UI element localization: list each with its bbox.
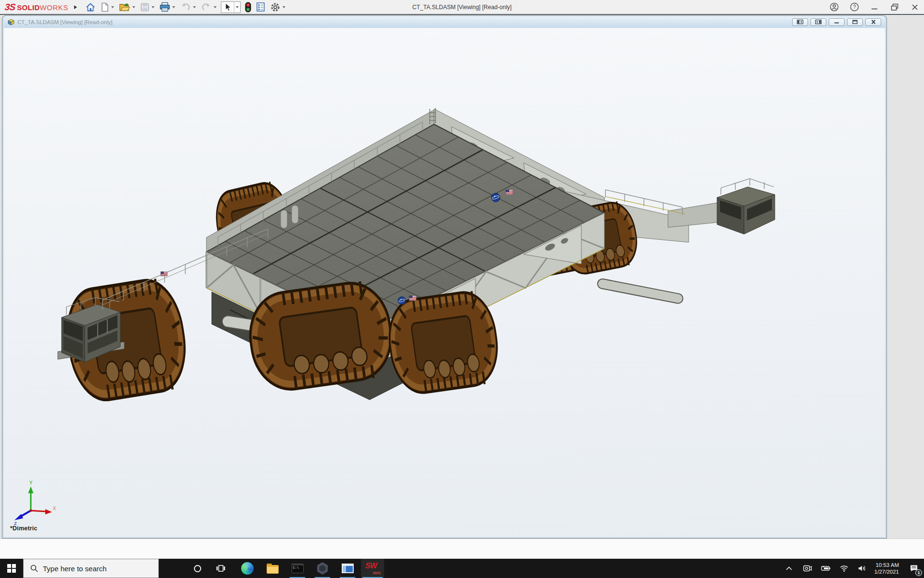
wifi-button[interactable] [835,559,853,578]
select-tool[interactable] [221,1,241,13]
track-front-right [384,289,502,396]
close-button[interactable] [910,2,920,13]
options-button[interactable] [269,1,287,13]
action-center-button[interactable]: 1 [904,559,924,578]
battery-button[interactable] [817,559,835,578]
meet-now-icon [803,565,812,572]
search-input[interactable] [43,565,149,573]
home-icon [85,2,96,13]
rebuild-button[interactable] [244,1,253,13]
print-button[interactable] [158,1,177,13]
open-folder-icon [119,2,130,12]
triad-x-label: X [53,506,56,511]
meet-now-button[interactable] [798,559,817,578]
options-caret[interactable] [282,6,285,8]
redo-button[interactable] [199,1,218,13]
document-title: CT_TA.SLDASM [Viewing] [Read-only] [17,19,113,25]
windows-taskbar: C:\ SW 2021 [0,559,924,578]
taskbar-search[interactable] [23,559,159,578]
minimize-button[interactable] [869,2,880,13]
select-tool-caret[interactable] [234,2,240,13]
home-button[interactable] [84,1,97,13]
sw-letters: SW [365,562,377,570]
save-caret[interactable] [152,6,154,8]
volume-button[interactable] [853,559,872,578]
restore-button[interactable] [889,2,900,13]
undo-button[interactable] [179,1,197,13]
account-button[interactable] [829,2,839,13]
new-document-button[interactable] [99,1,116,13]
status-bar [0,539,924,559]
edge-icon [241,562,254,575]
undo-caret[interactable] [193,6,196,8]
dock-right-button[interactable] [810,18,826,26]
document-titlebar[interactable]: CT_TA.SLDASM [Viewing] [Read-only] [4,16,885,28]
sw-year: 2021 [372,571,381,575]
remote-window-app-icon [342,564,354,573]
menu-flyout-arrow-icon[interactable] [74,5,77,9]
orientation-triad: Y X Z [11,480,57,526]
save-button[interactable] [139,1,156,13]
task-view-icon [216,565,225,572]
taskbar-app-hexagon[interactable] [311,559,334,578]
triad-y-label: Y [29,480,33,486]
quick-access-toolbar [84,1,287,13]
close-icon [911,4,918,11]
redo-caret[interactable] [214,6,217,8]
doc-close-button[interactable] [865,18,881,26]
file-properties-icon [256,2,265,12]
windows-logo-icon [7,564,16,573]
volume-icon [858,565,866,572]
view-orientation-label: *Dimetric [10,525,38,532]
help-icon: ? [850,2,859,12]
task-view-button[interactable] [209,559,232,578]
command-prompt-icon: C:\ [292,564,304,573]
system-tray: 10:53 AM 1/27/2021 1 [780,559,924,578]
options-gear-icon [270,2,281,13]
taskbar-app-edge[interactable] [236,559,259,578]
clock-time: 10:53 AM [875,562,899,568]
doc-minimize-button[interactable] [829,18,845,26]
file-properties-button[interactable] [255,1,267,13]
notification-badge: 1 [915,569,922,576]
tray-chevron-button[interactable] [780,559,798,578]
help-button[interactable]: ? [849,2,860,13]
document-window: CT_TA.SLDASM [Viewing] [Read-only] [2,15,887,539]
taskbar-app-remote-window[interactable] [336,559,359,578]
taskbar-clock[interactable]: 10:53 AM 1/27/2021 [872,559,904,578]
hexagon-app-icon [317,562,328,575]
new-document-caret[interactable] [111,6,114,8]
open-caret[interactable] [132,6,135,8]
battery-charging-icon [821,565,831,571]
taskbar-app-file-explorer[interactable] [261,559,284,578]
dock-left-button[interactable] [792,18,808,26]
hydraulic-cylinder-2 [597,278,684,304]
rear-operator-cab [717,179,775,234]
app-title: CT_TA.SLDASM [Viewing] [Read-only] [412,0,512,14]
select-cursor-icon[interactable] [221,2,234,13]
mdi-client-area: CT_TA.SLDASM [Viewing] [Read-only] [0,14,924,539]
account-icon [830,2,839,12]
assembly-document-icon [8,19,14,26]
start-button[interactable] [0,559,23,578]
brand-works-text: WORKS [40,3,68,12]
cortana-button[interactable] [186,559,209,578]
brand-solid-text: SOLID [17,3,39,12]
print-icon [159,2,170,12]
print-caret[interactable] [172,6,175,8]
taskbar-app-solidworks[interactable]: SW 2021 [361,559,384,578]
wifi-icon [840,565,848,572]
undo-icon [180,2,191,12]
doc-restore-button[interactable] [847,18,863,26]
crawler-transporter-model[interactable] [4,28,885,537]
chevron-up-icon [786,566,792,570]
taskbar-app-command-prompt[interactable]: C:\ [286,559,309,578]
app-titlebar: 3S SOLID WORKS [0,0,924,14]
open-button[interactable] [117,1,137,13]
graphics-viewport[interactable]: Y X Z *Dimetric [4,28,885,537]
3ds-logo-glyph: 3S [4,2,16,13]
solidworks-app-window: 3S SOLID WORKS [0,0,924,578]
solidworks-2021-icon: SW 2021 [364,562,381,575]
new-document-icon [101,2,109,12]
restore-icon [891,3,898,11]
